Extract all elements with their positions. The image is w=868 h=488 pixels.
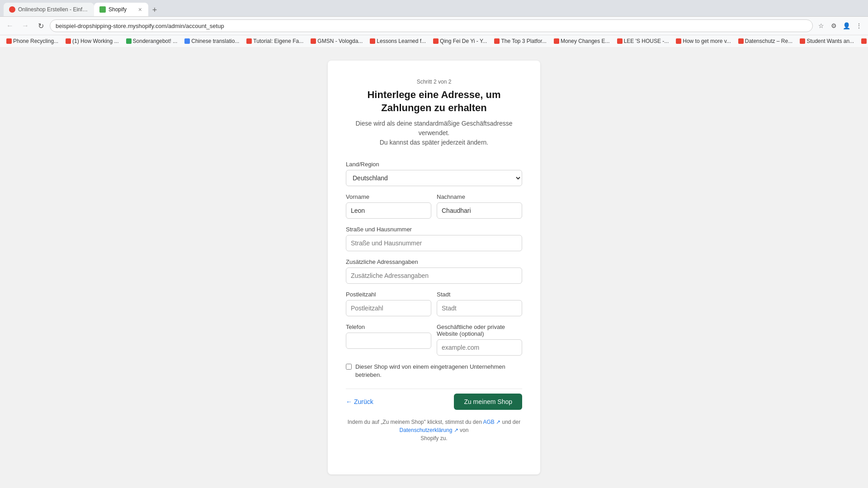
- bookmark-money-icon: [554, 38, 559, 44]
- country-select[interactable]: Deutschland Österreich Schweiz: [346, 170, 522, 186]
- bookmark-lessons[interactable]: Lessons Learned f...: [367, 37, 429, 45]
- address-text: beispiel-dropshipping-store.myshopify.co…: [56, 23, 224, 29]
- tab-1-label: Onlineshop Erstellen - Einfa...: [18, 6, 89, 13]
- subtitle-line1: Diese wird als deine standardmäßige Gesc…: [355, 120, 512, 136]
- bookmark-lee-label: LEE 'S HOUSE -...: [624, 38, 669, 44]
- bookmark-howto-icon: [676, 38, 681, 44]
- address-bar[interactable]: beispiel-dropshipping-store.myshopify.co…: [50, 19, 813, 32]
- city-group: Stadt: [437, 291, 522, 316]
- forward-button[interactable]: →: [19, 19, 32, 32]
- bookmark-working[interactable]: (1) How Working ...: [63, 37, 121, 45]
- last-name-label: Nachname: [437, 193, 522, 200]
- bookmark-recycling[interactable]: Phone Recycling...: [4, 37, 61, 45]
- name-row: Vorname Nachname: [346, 193, 522, 219]
- phone-label: Telefon: [346, 324, 431, 330]
- last-name-input[interactable]: [437, 202, 522, 219]
- agb-link[interactable]: AGB ↗: [483, 419, 502, 425]
- legal-text: Indem du auf „Zu meinem Shop" klickst, s…: [346, 418, 522, 442]
- form-card: Schritt 2 von 2 Hinterlege eine Adresse,…: [328, 61, 540, 474]
- tab-1[interactable]: Onlineshop Erstellen - Einfa...: [4, 3, 94, 16]
- bookmark-sonder-icon: [126, 38, 132, 44]
- additional-input[interactable]: [346, 267, 522, 284]
- bookmark-student[interactable]: Student Wants an...: [797, 37, 857, 45]
- city-input[interactable]: [437, 300, 522, 316]
- subtitle-line2: Du kannst das später jederzeit ändern.: [380, 139, 488, 146]
- street-group: Straße und Hausnummer: [346, 226, 522, 251]
- back-label: ← Zurück: [346, 398, 373, 405]
- menu-icon[interactable]: ⋮: [854, 20, 864, 31]
- country-group: Land/Region Deutschland Österreich Schwe…: [346, 161, 522, 186]
- bookmark-recycling-icon: [6, 38, 12, 44]
- reload-button[interactable]: ↻: [34, 19, 47, 32]
- postal-label: Postleitzahl: [346, 291, 431, 298]
- bookmark-qing-label: Qing Fei De Yi - Y...: [440, 38, 487, 44]
- tab-bar: Onlineshop Erstellen - Einfa... Shopify …: [0, 0, 868, 16]
- bookmark-tutorial-icon: [246, 38, 252, 44]
- street-label: Straße und Hausnummer: [346, 226, 522, 233]
- tab-1-favicon: [9, 6, 15, 13]
- datenschutz-label: Datenschutzerklärung: [400, 427, 453, 433]
- toolbar-icons: ☆ ⚙ 👤 ⋮: [816, 20, 864, 31]
- additional-group: Zusätzliche Adressangaben: [346, 258, 522, 284]
- bookmark-chinese[interactable]: Chinese translatio...: [182, 37, 242, 45]
- bookmark-sonder-label: Sonderangebot! ...: [133, 38, 178, 44]
- tab-2-close[interactable]: ×: [137, 6, 143, 13]
- first-name-input[interactable]: [346, 202, 431, 219]
- step-label: Schritt 2 von 2: [346, 79, 522, 85]
- street-input[interactable]: [346, 235, 522, 251]
- bookmark-money-label: Money Changes E...: [561, 38, 610, 44]
- website-label: Geschäftliche oder private Website (opti…: [437, 324, 522, 337]
- bookmark-sonder[interactable]: Sonderangebot! ...: [123, 37, 180, 45]
- postal-city-row: Postleitzahl Stadt: [346, 291, 522, 316]
- postal-input[interactable]: [346, 300, 431, 316]
- bookmark-recycling-label: Phone Recycling...: [13, 38, 58, 44]
- legal-middle: und der: [502, 419, 521, 425]
- bookmark-tutorial-label: Tutorial: Eigene Fa...: [253, 38, 303, 44]
- phone-group: Telefon: [346, 324, 431, 356]
- bookmark-gmsn-label: GMSN - Vologda...: [317, 38, 363, 44]
- bookmark-tutorial[interactable]: Tutorial: Eigene Fa...: [244, 37, 306, 45]
- country-label: Land/Region: [346, 161, 522, 168]
- bookmark-lessons-icon: [370, 38, 375, 44]
- bookmark-howto-label: How to get more v...: [683, 38, 731, 44]
- back-link[interactable]: ← Zurück: [346, 398, 373, 405]
- postal-group: Postleitzahl: [346, 291, 431, 316]
- company-checkbox[interactable]: [346, 364, 352, 370]
- bookmark-chinese-icon: [184, 38, 190, 44]
- bookmark-add[interactable]: (2) How To Add A...: [859, 37, 868, 45]
- extension-icon[interactable]: ⚙: [828, 20, 839, 31]
- bookmark-lee-icon: [617, 38, 623, 44]
- back-button[interactable]: ←: [4, 19, 16, 32]
- agb-label: AGB: [483, 419, 495, 425]
- bookmarks-bar: Phone Recycling... (1) How Working ... S…: [0, 35, 868, 47]
- bookmark-datenschutz[interactable]: Datenschutz – Re...: [736, 37, 795, 45]
- submit-button[interactable]: Zu meinem Shop: [454, 394, 522, 410]
- legal-before: Indem du auf „Zu meinem Shop" klickst, s…: [348, 419, 482, 425]
- bookmark-money[interactable]: Money Changes E...: [551, 37, 613, 45]
- profile-icon[interactable]: 👤: [841, 20, 852, 31]
- datenschutz-link[interactable]: Datenschutzerklärung ↗: [400, 427, 460, 433]
- website-input[interactable]: [437, 339, 522, 356]
- city-label: Stadt: [437, 291, 522, 298]
- first-name-label: Vorname: [346, 193, 431, 200]
- bookmark-datenschutz-icon: [738, 38, 744, 44]
- tab-2[interactable]: Shopify ×: [94, 3, 148, 16]
- phone-input[interactable]: [346, 333, 431, 349]
- website-group: Geschäftliche oder private Website (opti…: [437, 324, 522, 356]
- first-name-group: Vorname: [346, 193, 431, 219]
- bookmark-student-icon: [800, 38, 805, 44]
- bookmark-student-label: Student Wants an...: [807, 38, 854, 44]
- bookmark-working-label: (1) How Working ...: [72, 38, 118, 44]
- bookmark-gmsn[interactable]: GMSN - Vologda...: [308, 37, 365, 45]
- company-checkbox-label[interactable]: Dieser Shop wird von einem eingetragenen…: [355, 363, 522, 379]
- bookmark-qing[interactable]: Qing Fei De Yi - Y...: [430, 37, 490, 45]
- bookmark-icon[interactable]: ☆: [816, 20, 826, 31]
- browser-window: Onlineshop Erstellen - Einfa... Shopify …: [0, 0, 868, 47]
- bookmark-lee[interactable]: LEE 'S HOUSE -...: [614, 37, 672, 45]
- browser-toolbar: ← → ↻ beispiel-dropshipping-store.myshop…: [0, 16, 868, 35]
- new-tab-button[interactable]: +: [148, 4, 161, 16]
- bookmark-top3[interactable]: The Top 3 Platfor...: [491, 37, 549, 45]
- bookmark-howto[interactable]: How to get more v...: [673, 37, 733, 45]
- bookmark-add-icon: [861, 38, 867, 44]
- last-name-group: Nachname: [437, 193, 522, 219]
